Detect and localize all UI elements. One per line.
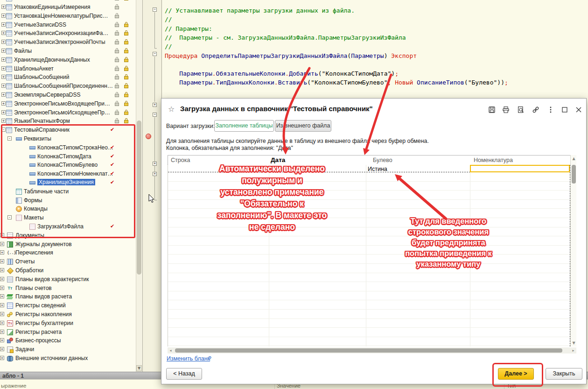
column-header-Булево[interactable]: Булево [366,156,470,165]
table-body[interactable]: Истина [168,165,570,347]
expand-icon[interactable]: + [1,22,6,27]
tree-item-Регистры расчета[interactable]: +Регистры расчета [0,328,136,337]
expand-icon[interactable]: + [0,312,4,316]
tree-item-ШаблоныСообщенийПрисоединенн…[interactable]: +ШаблоныСообщенийПрисоединенн… [0,82,136,91]
tree-item-Бизнес-процессы[interactable]: +Бизнес-процессы [0,336,136,345]
data-table[interactable]: СтрокаДатаБулевоНоменклатураИстина▲▼ [168,155,576,347]
expand-icon[interactable]: + [1,119,6,123]
tree-item-Планы счетов[interactable]: +ТтПланы счетов [0,284,136,293]
help-link[interactable]: ? [208,355,211,362]
tree-item-ХранилищеДвоичныхДанных[interactable]: +ХранилищеДвоичныхДанных [0,56,136,64]
tree-item-ЗагрузкаИзФайла[interactable]: ЗагрузкаИзФайла✔ [0,222,136,231]
tree-item-УстановкаЦенНоменклатурыПрис…[interactable]: +УстановкаЦенНоменклатурыПрис… [0,12,136,21]
collapse-icon[interactable]: - [7,215,12,219]
collapse-icon[interactable]: - [7,136,12,141]
tree-item-ЯзыкиПечатныхФорм[interactable]: +ЯзыкиПечатныхФорм [0,117,136,126]
tree-scrollbar-down-icon[interactable]: ▼ [136,365,142,371]
tree-item-Документы[interactable]: +Документы [0,231,136,240]
preview-icon[interactable] [517,106,525,113]
fold-expand-icon[interactable]: + [153,162,157,166]
collapse-icon[interactable]: - [1,127,6,132]
vscrollbar-thumb[interactable] [572,165,576,184]
expand-icon[interactable]: + [0,233,4,237]
breakpoint-icon[interactable] [146,134,151,139]
expand-icon[interactable]: + [0,338,4,342]
tree-item-Реквизиты[interactable]: -Реквизиты [0,134,136,143]
link-icon[interactable] [532,106,539,113]
close-icon[interactable] [575,106,582,113]
tree-item-Обработки[interactable]: +Обработки [0,266,136,275]
tree-item-УпаковкиЕдиницыИзмерения[interactable]: +УпаковкиЕдиницыИзмерения [0,3,136,12]
tree-item-УчетныеЗаписиСинхронизацииФа…[interactable]: +УчетныеЗаписиСинхронизацииФа… [0,29,136,38]
tree-item-КолонкаСТипомНоменклат…[interactable]: КолонкаСТипомНоменклат…✔ [0,170,136,178]
expand-icon[interactable]: + [1,40,6,44]
variant-external-file-button[interactable]: Из внешнего файла [275,120,331,132]
expand-icon[interactable]: + [0,268,4,272]
tree-item-ЭлектронноеПисьмоИсходящееПр…[interactable]: +ЭлектронноеПисьмоИсходящееПр… [0,108,136,117]
fold-collapse-icon[interactable]: − [153,7,157,12]
tree-item-Регистры бухгалтерии[interactable]: +ТтРегистры бухгалтерии [0,319,136,328]
scroll-up-icon[interactable]: ▲ [571,156,577,162]
fold-collapse-icon[interactable]: − [153,52,157,56]
expand-icon[interactable]: + [0,286,4,290]
fold-collapse-icon[interactable]: − [153,113,157,117]
close-button[interactable]: Закрыть [546,368,582,380]
column-header-Номенклатура[interactable]: Номенклатура [470,156,571,165]
expand-icon[interactable]: + [1,57,6,62]
tree-scrollbar[interactable]: ▼ [136,0,142,372]
tree-item-УчетныеЗаписиDSS[interactable]: +УчетныеЗаписиDSS [0,21,136,29]
expand-icon[interactable]: + [1,101,6,106]
tree-item-ШаблоныСообщений[interactable]: +ШаблоныСообщений [0,73,136,82]
scroll-right-icon[interactable]: ▸ [570,347,576,354]
expand-icon[interactable]: + [0,250,4,255]
tree-item-Планы видов характеристик[interactable]: +Планы видов характеристик [0,275,136,284]
expand-icon[interactable]: + [1,14,6,18]
tree-item-Регистры накопления[interactable]: +Регистры накопления [0,310,136,319]
variant-fill-table-button[interactable]: Заполнение таблицы [214,120,274,132]
maximize-icon[interactable] [561,106,568,113]
expand-icon[interactable]: + [0,356,4,360]
fold-expand-icon[interactable]: + [153,103,157,107]
expand-icon[interactable]: + [0,321,4,325]
tree-item-Команды[interactable]: Команды [0,205,136,213]
expand-icon[interactable]: + [1,5,6,9]
cell-bulevo-value[interactable]: Истина [368,166,387,172]
tree-item-УчетныеЗаписиЭлектроннойПочты[interactable]: +УчетныеЗаписиЭлектроннойПочты [0,38,136,47]
tree-item-КолонкаСТипомСтрокаНео…[interactable]: КолонкаСТипомСтрокаНео…✔ [0,143,136,152]
tree-item-ШаблоныАнкет[interactable]: +ШаблоныАнкет [0,64,136,73]
tree-item-ХранилищеЗначения[interactable]: ХранилищеЗначения✔ [0,178,136,187]
tree-item-КолонкаСТипомБулево[interactable]: КолонкаСТипомБулево✔ [0,161,136,170]
tree-item-Формы[interactable]: Формы [0,196,136,205]
tree-item-Журналы документов[interactable]: +Журналы документов [0,240,136,249]
expand-icon[interactable]: + [1,84,6,88]
metadata-tree[interactable]: +УпаковкиЕдиницыИзмерения+УстановкаЦенНо… [0,0,136,372]
table-vscrollbar[interactable]: ▲▼ [570,155,576,347]
expand-icon[interactable]: + [0,259,4,263]
tree-item-Внешние источники данных[interactable]: +Внешние источники данных [0,354,136,363]
edit-template-link[interactable]: Изменить бланк [167,355,210,362]
next-button[interactable]: Далее > [498,368,534,380]
tree-scrollbar-thumb[interactable] [137,120,141,275]
tree-item-Регистры сведений[interactable]: +Регистры сведений [0,301,136,310]
tree-item-Табличные части[interactable]: Табличные части [0,187,136,196]
expand-icon[interactable]: + [0,303,4,307]
more-menu-icon[interactable] [547,106,554,113]
tree-item-Задачи[interactable]: +Задачи [0,345,136,354]
tree-item-КолонкаСТипомДата[interactable]: КолонкаСТипомДата✔ [0,152,136,161]
scroll-left-icon[interactable]: ◂ [168,347,174,354]
tree-item-ЭлектронноеПисьмоВходящееПри…[interactable]: +ЭлектронноеПисьмоВходящееПри… [0,99,136,108]
tree-item-Файлы[interactable]: +Файлы [0,47,136,56]
tree-item-Отчеты[interactable]: +Отчеты [0,257,136,266]
tree-item-ТестовыйСправочник[interactable]: -ТестовыйСправочник✔ [0,126,136,134]
save-icon[interactable] [488,106,496,113]
expand-icon[interactable]: + [0,294,4,298]
hscrollbar-thumb[interactable] [175,348,562,353]
column-header-Строка[interactable]: Строка [168,156,269,165]
expand-icon[interactable]: + [1,49,6,53]
fold-expand-icon[interactable]: + [153,172,157,176]
tree-item-Макеты[interactable]: -Макеты [0,213,136,222]
active-cell[interactable] [470,165,570,172]
expand-icon[interactable]: + [0,242,4,246]
tree-item-Планы видов расчета[interactable]: +Планы видов расчета [0,292,136,301]
print-icon[interactable] [502,106,510,113]
